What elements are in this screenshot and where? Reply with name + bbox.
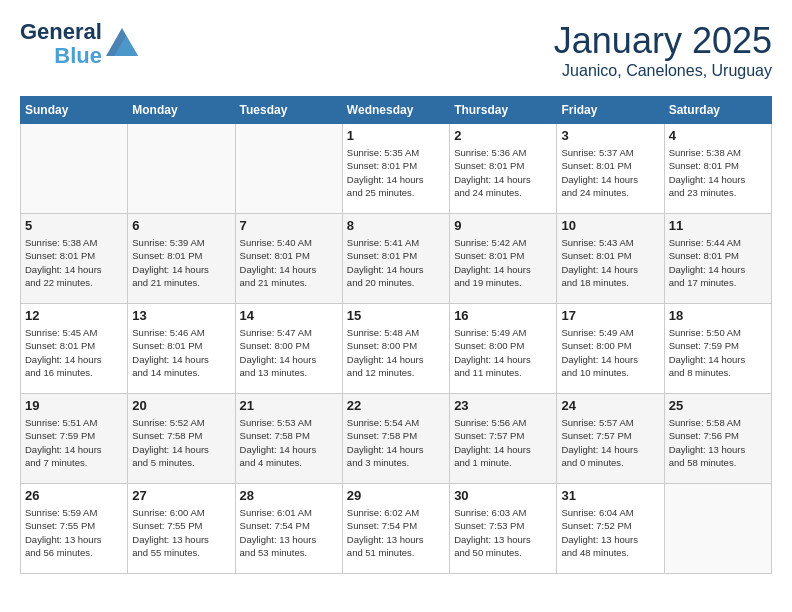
day-number: 17 <box>561 308 659 323</box>
day-info: Sunrise: 5:51 AMSunset: 7:59 PMDaylight:… <box>25 416 123 469</box>
calendar-cell: 8Sunrise: 5:41 AMSunset: 8:01 PMDaylight… <box>342 214 449 304</box>
calendar-cell <box>128 124 235 214</box>
calendar-cell: 11Sunrise: 5:44 AMSunset: 8:01 PMDayligh… <box>664 214 771 304</box>
day-info: Sunrise: 5:44 AMSunset: 8:01 PMDaylight:… <box>669 236 767 289</box>
day-number: 24 <box>561 398 659 413</box>
day-number: 14 <box>240 308 338 323</box>
calendar-cell: 25Sunrise: 5:58 AMSunset: 7:56 PMDayligh… <box>664 394 771 484</box>
day-number: 8 <box>347 218 445 233</box>
day-number: 3 <box>561 128 659 143</box>
day-number: 27 <box>132 488 230 503</box>
day-number: 19 <box>25 398 123 413</box>
day-number: 26 <box>25 488 123 503</box>
day-number: 6 <box>132 218 230 233</box>
day-number: 20 <box>132 398 230 413</box>
day-info: Sunrise: 5:36 AMSunset: 8:01 PMDaylight:… <box>454 146 552 199</box>
calendar-week-4: 19Sunrise: 5:51 AMSunset: 7:59 PMDayligh… <box>21 394 772 484</box>
day-number: 13 <box>132 308 230 323</box>
day-info: Sunrise: 6:04 AMSunset: 7:52 PMDaylight:… <box>561 506 659 559</box>
day-info: Sunrise: 5:39 AMSunset: 8:01 PMDaylight:… <box>132 236 230 289</box>
calendar-cell: 20Sunrise: 5:52 AMSunset: 7:58 PMDayligh… <box>128 394 235 484</box>
day-number: 25 <box>669 398 767 413</box>
header-friday: Friday <box>557 97 664 124</box>
calendar-cell: 14Sunrise: 5:47 AMSunset: 8:00 PMDayligh… <box>235 304 342 394</box>
day-number: 10 <box>561 218 659 233</box>
calendar-cell <box>664 484 771 574</box>
day-info: Sunrise: 6:02 AMSunset: 7:54 PMDaylight:… <box>347 506 445 559</box>
calendar-cell: 26Sunrise: 5:59 AMSunset: 7:55 PMDayligh… <box>21 484 128 574</box>
calendar-cell: 19Sunrise: 5:51 AMSunset: 7:59 PMDayligh… <box>21 394 128 484</box>
day-info: Sunrise: 5:47 AMSunset: 8:00 PMDaylight:… <box>240 326 338 379</box>
day-number: 11 <box>669 218 767 233</box>
day-number: 16 <box>454 308 552 323</box>
calendar-cell: 22Sunrise: 5:54 AMSunset: 7:58 PMDayligh… <box>342 394 449 484</box>
calendar-cell: 5Sunrise: 5:38 AMSunset: 8:01 PMDaylight… <box>21 214 128 304</box>
header-saturday: Saturday <box>664 97 771 124</box>
calendar-cell: 2Sunrise: 5:36 AMSunset: 8:01 PMDaylight… <box>450 124 557 214</box>
day-info: Sunrise: 5:40 AMSunset: 8:01 PMDaylight:… <box>240 236 338 289</box>
day-info: Sunrise: 5:37 AMSunset: 8:01 PMDaylight:… <box>561 146 659 199</box>
day-number: 7 <box>240 218 338 233</box>
calendar-cell <box>235 124 342 214</box>
day-number: 4 <box>669 128 767 143</box>
logo-general: General <box>20 20 102 44</box>
day-number: 2 <box>454 128 552 143</box>
day-info: Sunrise: 5:38 AMSunset: 8:01 PMDaylight:… <box>669 146 767 199</box>
day-info: Sunrise: 5:52 AMSunset: 7:58 PMDaylight:… <box>132 416 230 469</box>
calendar-cell: 16Sunrise: 5:49 AMSunset: 8:00 PMDayligh… <box>450 304 557 394</box>
calendar-week-3: 12Sunrise: 5:45 AMSunset: 8:01 PMDayligh… <box>21 304 772 394</box>
day-number: 23 <box>454 398 552 413</box>
day-number: 12 <box>25 308 123 323</box>
location: Juanico, Canelones, Uruguay <box>554 62 772 80</box>
calendar-cell: 29Sunrise: 6:02 AMSunset: 7:54 PMDayligh… <box>342 484 449 574</box>
calendar-table: SundayMondayTuesdayWednesdayThursdayFrid… <box>20 96 772 574</box>
calendar-cell: 31Sunrise: 6:04 AMSunset: 7:52 PMDayligh… <box>557 484 664 574</box>
day-number: 22 <box>347 398 445 413</box>
day-info: Sunrise: 5:45 AMSunset: 8:01 PMDaylight:… <box>25 326 123 379</box>
day-info: Sunrise: 5:41 AMSunset: 8:01 PMDaylight:… <box>347 236 445 289</box>
calendar-week-1: 1Sunrise: 5:35 AMSunset: 8:01 PMDaylight… <box>21 124 772 214</box>
day-info: Sunrise: 5:43 AMSunset: 8:01 PMDaylight:… <box>561 236 659 289</box>
calendar-cell: 6Sunrise: 5:39 AMSunset: 8:01 PMDaylight… <box>128 214 235 304</box>
day-info: Sunrise: 5:59 AMSunset: 7:55 PMDaylight:… <box>25 506 123 559</box>
calendar-cell: 17Sunrise: 5:49 AMSunset: 8:00 PMDayligh… <box>557 304 664 394</box>
day-info: Sunrise: 5:38 AMSunset: 8:01 PMDaylight:… <box>25 236 123 289</box>
day-number: 30 <box>454 488 552 503</box>
day-info: Sunrise: 5:58 AMSunset: 7:56 PMDaylight:… <box>669 416 767 469</box>
calendar-cell: 27Sunrise: 6:00 AMSunset: 7:55 PMDayligh… <box>128 484 235 574</box>
calendar-cell: 15Sunrise: 5:48 AMSunset: 8:00 PMDayligh… <box>342 304 449 394</box>
header-monday: Monday <box>128 97 235 124</box>
title-block: January 2025 Juanico, Canelones, Uruguay <box>554 20 772 80</box>
day-info: Sunrise: 6:03 AMSunset: 7:53 PMDaylight:… <box>454 506 552 559</box>
calendar-cell: 24Sunrise: 5:57 AMSunset: 7:57 PMDayligh… <box>557 394 664 484</box>
day-number: 18 <box>669 308 767 323</box>
day-info: Sunrise: 5:46 AMSunset: 8:01 PMDaylight:… <box>132 326 230 379</box>
day-number: 15 <box>347 308 445 323</box>
calendar-cell: 4Sunrise: 5:38 AMSunset: 8:01 PMDaylight… <box>664 124 771 214</box>
day-info: Sunrise: 6:00 AMSunset: 7:55 PMDaylight:… <box>132 506 230 559</box>
calendar-cell: 1Sunrise: 5:35 AMSunset: 8:01 PMDaylight… <box>342 124 449 214</box>
logo-icon <box>106 28 138 60</box>
header-tuesday: Tuesday <box>235 97 342 124</box>
calendar-cell: 21Sunrise: 5:53 AMSunset: 7:58 PMDayligh… <box>235 394 342 484</box>
day-number: 9 <box>454 218 552 233</box>
day-info: Sunrise: 5:49 AMSunset: 8:00 PMDaylight:… <box>561 326 659 379</box>
day-info: Sunrise: 5:48 AMSunset: 8:00 PMDaylight:… <box>347 326 445 379</box>
day-number: 28 <box>240 488 338 503</box>
day-number: 31 <box>561 488 659 503</box>
calendar-week-5: 26Sunrise: 5:59 AMSunset: 7:55 PMDayligh… <box>21 484 772 574</box>
day-number: 29 <box>347 488 445 503</box>
calendar-cell: 12Sunrise: 5:45 AMSunset: 8:01 PMDayligh… <box>21 304 128 394</box>
calendar-cell: 23Sunrise: 5:56 AMSunset: 7:57 PMDayligh… <box>450 394 557 484</box>
day-info: Sunrise: 5:54 AMSunset: 7:58 PMDaylight:… <box>347 416 445 469</box>
calendar-cell: 3Sunrise: 5:37 AMSunset: 8:01 PMDaylight… <box>557 124 664 214</box>
day-info: Sunrise: 5:50 AMSunset: 7:59 PMDaylight:… <box>669 326 767 379</box>
logo: General Blue <box>20 20 138 68</box>
calendar-cell: 7Sunrise: 5:40 AMSunset: 8:01 PMDaylight… <box>235 214 342 304</box>
page-header: General Blue January 2025 Juanico, Canel… <box>20 20 772 80</box>
calendar-header-row: SundayMondayTuesdayWednesdayThursdayFrid… <box>21 97 772 124</box>
calendar-cell <box>21 124 128 214</box>
calendar-cell: 13Sunrise: 5:46 AMSunset: 8:01 PMDayligh… <box>128 304 235 394</box>
calendar-week-2: 5Sunrise: 5:38 AMSunset: 8:01 PMDaylight… <box>21 214 772 304</box>
month-title: January 2025 <box>554 20 772 62</box>
